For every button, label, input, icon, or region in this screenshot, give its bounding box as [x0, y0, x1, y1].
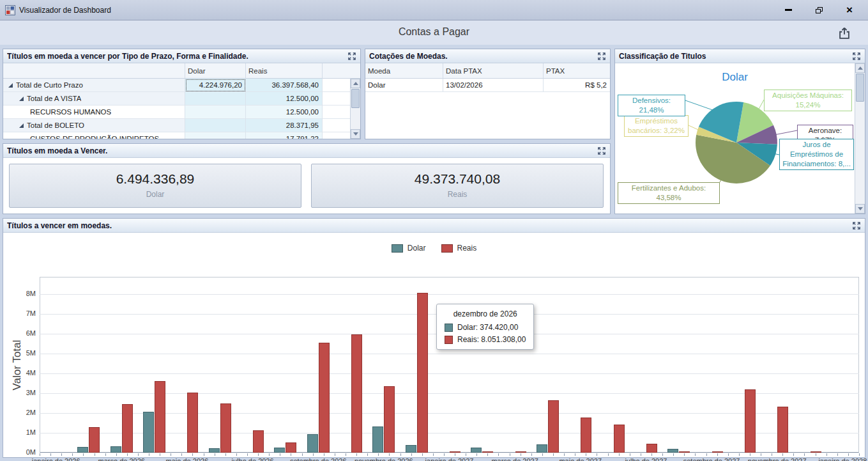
- x-tick-mark: [455, 453, 455, 456]
- bar-dolar-2[interactable]: [77, 447, 88, 453]
- export-button[interactable]: [836, 25, 853, 42]
- panel-title: Títulos a vencer em moedas.: [7, 221, 112, 230]
- y-tick-label: 1M: [10, 428, 36, 436]
- bar-reais-4[interactable]: [155, 381, 165, 453]
- bar-reais-22[interactable]: [745, 389, 756, 453]
- minimize-button[interactable]: [781, 4, 795, 17]
- bar-dolar-16[interactable]: [537, 444, 547, 453]
- scroll-down-button[interactable]: [855, 204, 865, 214]
- scroll-thumb[interactable]: [351, 89, 360, 108]
- bar-reais-21[interactable]: [712, 451, 723, 453]
- cell-dolar[interactable]: [185, 132, 246, 139]
- x-tick-mark: [291, 453, 291, 456]
- cell-reais[interactable]: 12.500,00: [246, 105, 323, 119]
- x-tick-mark: [553, 453, 554, 456]
- pie-callout-label[interactable]: Empréstimos bancários: 3,22%: [624, 115, 689, 137]
- bar-dolar-14[interactable]: [471, 448, 482, 453]
- bar-reais-9[interactable]: [319, 343, 330, 453]
- bar-reais-18[interactable]: [614, 425, 625, 453]
- cell-dolar[interactable]: [185, 119, 246, 132]
- legend-item-dolar[interactable]: Dolar: [392, 244, 426, 253]
- pie-callout-label[interactable]: Juros de Empréstimos de Financiamentos: …: [779, 139, 854, 170]
- y-tick-label: 8M: [10, 290, 36, 297]
- scroll-up-button[interactable]: [351, 79, 360, 88]
- cell-reais[interactable]: 36.397.568,40: [246, 79, 323, 92]
- cell-reais[interactable]: 28.371,95: [246, 119, 323, 132]
- table-row[interactable]: Total de A VISTA12.500,00: [3, 92, 350, 105]
- cell-dolar[interactable]: [185, 105, 246, 119]
- cell-reais[interactable]: 12.500,00: [246, 92, 323, 105]
- cell-dolar[interactable]: 4.224.976,20: [185, 79, 246, 92]
- expand-triangle-icon[interactable]: [19, 123, 24, 128]
- maximize-panel-button[interactable]: [852, 221, 861, 230]
- maximize-panel-button[interactable]: [597, 52, 606, 61]
- bar-dolar-11[interactable]: [372, 426, 383, 453]
- bar-reais-10[interactable]: [351, 334, 362, 453]
- bar-dolar-3[interactable]: [110, 446, 121, 453]
- bar-reais-7[interactable]: [253, 430, 264, 453]
- column-header-reais[interactable]: Reais: [246, 63, 323, 79]
- bar-reais-8[interactable]: [286, 442, 296, 453]
- scroll-down-button[interactable]: [351, 129, 360, 139]
- bar-dolar-12[interactable]: [406, 445, 416, 453]
- scroll-thumb[interactable]: [856, 74, 864, 102]
- quotes-table-row[interactable]: Dolar 13/02/2026 R$ 5,2: [365, 79, 610, 92]
- bar-dolar-9[interactable]: [307, 434, 318, 453]
- maximize-panel-button[interactable]: [347, 52, 356, 61]
- scroll-down-icon: [858, 207, 863, 210]
- export-icon: [837, 26, 851, 40]
- bar-dolar-4[interactable]: [143, 412, 154, 453]
- bar-reais-19[interactable]: [646, 444, 657, 453]
- bar-reais-16[interactable]: [548, 400, 559, 453]
- scroll-up-button[interactable]: [855, 63, 865, 73]
- column-header-ptax[interactable]: PTAX: [544, 63, 610, 79]
- bar-dolar-8[interactable]: [274, 448, 285, 453]
- panel-titles-due-header: Títulos em moeda a Vencer.: [3, 144, 610, 158]
- cell-filler: [323, 132, 350, 139]
- bar-reais-17[interactable]: [581, 418, 591, 453]
- maximize-panel-button[interactable]: [852, 52, 861, 61]
- column-header-data-ptax[interactable]: Data PTAX: [443, 63, 544, 79]
- bar-reais-15[interactable]: [515, 451, 526, 453]
- table-row[interactable]: CUSTOS DE PRODUÇÃO INDIRETOS17.791,22: [3, 132, 350, 139]
- bar-reais-5[interactable]: [187, 393, 198, 453]
- bar-reais-12[interactable]: [417, 293, 428, 453]
- bar-reais-13[interactable]: [450, 451, 461, 453]
- expand-triangle-icon[interactable]: [19, 97, 24, 101]
- bar-chart-area[interactable]: Dolar Reais Valor Total 0M1M2M3M4M5M6M7M…: [3, 233, 865, 457]
- expand-triangle-icon[interactable]: [8, 83, 13, 88]
- bar-reais-23[interactable]: [777, 407, 788, 453]
- pie-callout-label[interactable]: Fertilizantes e Adubos: 43,58%: [618, 182, 720, 204]
- x-tick-mark: [116, 453, 117, 456]
- pie-panel-scrollbar[interactable]: [855, 63, 865, 214]
- x-tick-mark: [586, 453, 586, 456]
- bar-dolar-6[interactable]: [209, 448, 220, 453]
- pie-callout-label[interactable]: Aquisições Máquinas: 15,24%: [764, 90, 852, 111]
- table-row[interactable]: Total de BOLETO28.371,95: [3, 119, 350, 132]
- bar-reais-24[interactable]: [811, 451, 821, 453]
- bar-dolar-20[interactable]: [667, 449, 678, 453]
- close-button[interactable]: ×: [842, 4, 857, 17]
- bar-reais-20[interactable]: [679, 451, 690, 453]
- table-row[interactable]: RECURSOS HUMANOS12.500,00: [3, 105, 350, 119]
- bar-reais-2[interactable]: [89, 427, 100, 453]
- x-tick-mark: [356, 453, 357, 456]
- cell-filler: [323, 119, 350, 132]
- column-header-moeda[interactable]: Moeda: [365, 63, 443, 79]
- table-row[interactable]: Total de Curto Prazo4.224.976,2036.397.5…: [3, 79, 350, 92]
- cell-dolar[interactable]: [185, 92, 246, 105]
- total-card-reais: 49.373.740,08Reais: [311, 164, 604, 208]
- bar-reais-6[interactable]: [220, 403, 231, 453]
- restore-button[interactable]: [812, 4, 826, 17]
- cell-reais[interactable]: 17.791,22: [246, 132, 323, 139]
- pie-callout-label[interactable]: Defensivos: 21,48%: [618, 95, 685, 116]
- column-header-filler: [323, 63, 360, 79]
- legend-item-reais[interactable]: Reais: [441, 244, 477, 253]
- maximize-panel-button[interactable]: [597, 146, 606, 155]
- column-header-dolar[interactable]: Dolar: [185, 63, 246, 79]
- bar-reais-3[interactable]: [122, 404, 133, 453]
- column-header-empty[interactable]: [3, 63, 185, 79]
- tree-table-scrollbar[interactable]: [350, 79, 360, 139]
- bar-reais-14[interactable]: [482, 451, 493, 453]
- bar-reais-11[interactable]: [384, 386, 395, 453]
